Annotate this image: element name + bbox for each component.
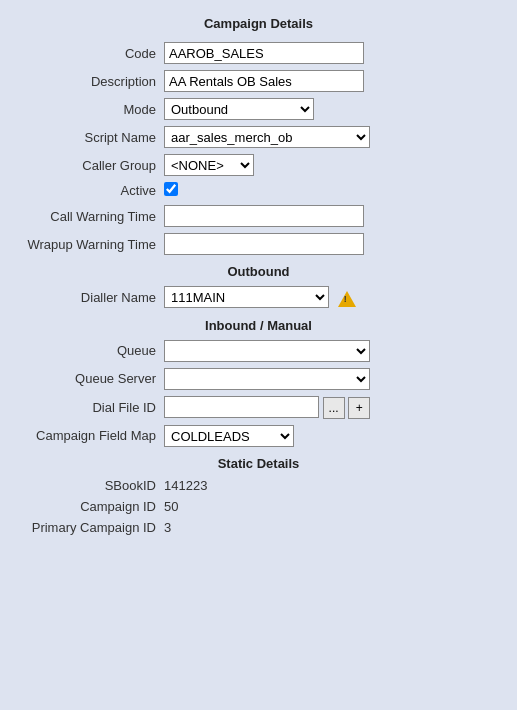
- dial-file-id-field-cell: ... +: [160, 393, 497, 422]
- campaign-id-value-cell: 50: [160, 496, 497, 517]
- call-warning-time-row: Call Warning Time: [20, 202, 497, 230]
- script-name-field-cell: aar_sales_merch_ob: [160, 123, 497, 151]
- script-name-label: Script Name: [20, 123, 160, 151]
- wrapup-warning-time-input[interactable]: [164, 233, 364, 255]
- primary-campaign-id-label: Primary Campaign ID: [20, 517, 160, 538]
- campaign-field-map-field-cell: COLDLEADS: [160, 422, 497, 450]
- active-label: Active: [20, 179, 160, 202]
- queue-select[interactable]: [164, 340, 370, 362]
- queue-server-label: Queue Server: [20, 365, 160, 393]
- warning-icon: [337, 289, 357, 309]
- campaign-id-label: Campaign ID: [20, 496, 160, 517]
- active-row: Active: [20, 179, 497, 202]
- queue-row: Queue: [20, 337, 497, 365]
- campaign-field-map-label: Campaign Field Map: [20, 422, 160, 450]
- mode-row: Mode Outbound Inbound Manual: [20, 95, 497, 123]
- description-field-cell: [160, 67, 497, 95]
- queue-server-select[interactable]: [164, 368, 370, 390]
- warning-triangle: [338, 291, 356, 307]
- description-label: Description: [20, 67, 160, 95]
- dial-file-id-label: Dial File ID: [20, 393, 160, 422]
- caller-group-row: Caller Group <NONE>: [20, 151, 497, 179]
- sbookid-value: 141223: [164, 478, 207, 493]
- sbookid-row: SBookID 141223: [20, 475, 497, 496]
- script-name-select[interactable]: aar_sales_merch_ob: [164, 126, 370, 148]
- campaign-details-title: Campaign Details: [20, 16, 497, 31]
- queue-field-cell: [160, 337, 497, 365]
- caller-group-select[interactable]: <NONE>: [164, 154, 254, 176]
- sbookid-value-cell: 141223: [160, 475, 497, 496]
- campaign-details-form: Code Description Mode Outbound Inbound M…: [20, 39, 497, 538]
- wrapup-warning-time-row: Wrapup Warning Time: [20, 230, 497, 258]
- outbound-title: Outbound: [227, 264, 289, 279]
- queue-label: Queue: [20, 337, 160, 365]
- campaign-id-row: Campaign ID 50: [20, 496, 497, 517]
- static-details-title-row: Static Details: [20, 450, 497, 475]
- dialler-name-row: Dialler Name 111MAIN: [20, 283, 497, 312]
- campaign-field-map-select[interactable]: COLDLEADS: [164, 425, 294, 447]
- dialler-name-field-cell: 111MAIN: [160, 283, 497, 312]
- description-row: Description: [20, 67, 497, 95]
- dial-file-add-button[interactable]: +: [348, 397, 370, 419]
- active-checkbox[interactable]: [164, 182, 178, 196]
- mode-select[interactable]: Outbound Inbound Manual: [164, 98, 314, 120]
- campaign-id-value: 50: [164, 499, 178, 514]
- wrapup-warning-time-field-cell: [160, 230, 497, 258]
- dialler-name-select[interactable]: 111MAIN: [164, 286, 329, 308]
- code-row: Code: [20, 39, 497, 67]
- mode-label: Mode: [20, 95, 160, 123]
- primary-campaign-id-value: 3: [164, 520, 171, 535]
- dial-file-browse-button[interactable]: ...: [323, 397, 345, 419]
- static-details-title: Static Details: [218, 456, 300, 471]
- page-wrapper: Campaign Details Code Description Mode O…: [0, 0, 517, 710]
- primary-campaign-id-row: Primary Campaign ID 3: [20, 517, 497, 538]
- call-warning-time-field-cell: [160, 202, 497, 230]
- code-field-cell: [160, 39, 497, 67]
- call-warning-time-label: Call Warning Time: [20, 202, 160, 230]
- primary-campaign-id-value-cell: 3: [160, 517, 497, 538]
- code-label: Code: [20, 39, 160, 67]
- code-input[interactable]: [164, 42, 364, 64]
- inbound-manual-title: Inbound / Manual: [205, 318, 312, 333]
- mode-field-cell: Outbound Inbound Manual: [160, 95, 497, 123]
- sbookid-label: SBookID: [20, 475, 160, 496]
- caller-group-field-cell: <NONE>: [160, 151, 497, 179]
- active-field-cell: [160, 179, 497, 202]
- outbound-title-row: Outbound: [20, 258, 497, 283]
- dialler-name-label: Dialler Name: [20, 283, 160, 312]
- dial-file-id-row: Dial File ID ... +: [20, 393, 497, 422]
- campaign-field-map-row: Campaign Field Map COLDLEADS: [20, 422, 497, 450]
- script-name-row: Script Name aar_sales_merch_ob: [20, 123, 497, 151]
- caller-group-label: Caller Group: [20, 151, 160, 179]
- wrapup-warning-time-label: Wrapup Warning Time: [20, 230, 160, 258]
- queue-server-row: Queue Server: [20, 365, 497, 393]
- description-input[interactable]: [164, 70, 364, 92]
- inbound-manual-title-row: Inbound / Manual: [20, 312, 497, 337]
- dial-file-id-input[interactable]: [164, 396, 319, 418]
- queue-server-field-cell: [160, 365, 497, 393]
- call-warning-time-input[interactable]: [164, 205, 364, 227]
